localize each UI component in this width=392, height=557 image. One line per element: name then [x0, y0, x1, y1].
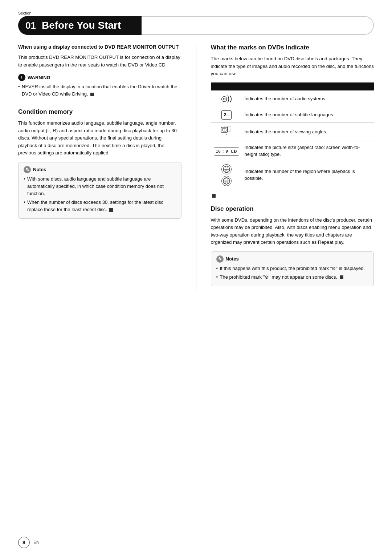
svg-text:3: 3	[226, 132, 228, 135]
warning-label: WARNING	[28, 75, 50, 80]
header-right-box	[142, 16, 374, 35]
notes-title: ✎ Notes	[24, 166, 176, 173]
svg-text:2: 2	[225, 169, 227, 171]
mark-desc-aspect: Indicates the picture size (aspect ratio…	[242, 141, 374, 161]
mark-icon-region: 2 ALL	[211, 161, 242, 189]
section-number: 01	[25, 20, 36, 31]
table-row: 16 : 9 LB Indicates the picture size (as…	[211, 141, 374, 161]
disc-operation-body: With some DVDs, depending on the intenti…	[211, 217, 374, 246]
warning-list: NEVER install the display in a location …	[18, 83, 181, 98]
disc-operation-heading: Disc operation	[211, 205, 374, 213]
table-row: ◎)) Indicates the number of audio system…	[211, 90, 374, 107]
dvd-output-heading: When using a display connected to DVD RE…	[18, 44, 181, 50]
mark-desc-region: Indicates the number of the region where…	[242, 161, 374, 189]
disc-notes-item-2: The prohibited mark "⊘" may not appear o…	[216, 274, 369, 281]
header-title-box: 01 Before You Start	[18, 16, 142, 35]
disc-operation-section: Disc operation With some DVDs, depending…	[211, 205, 374, 286]
section-label: Section	[18, 11, 374, 15]
condition-memory-body: This function memorizes audio language, …	[18, 120, 181, 157]
page-footer: 8 En	[18, 537, 374, 548]
right-column: What the marks on DVDs Indicate The mark…	[211, 44, 374, 292]
notes-list: With some discs, audio language and subt…	[24, 175, 176, 214]
warning-title: ! WARNING	[18, 74, 181, 81]
mark-icon-subtitle: 2...	[211, 107, 242, 123]
condition-memory-heading: Condition memory	[18, 108, 181, 116]
notes-label: Notes	[33, 167, 46, 172]
disc-notes-item-1-text: If this happens with this product, the p…	[220, 266, 365, 271]
warning-icon: !	[18, 74, 25, 81]
dvd-marks-body: The marks below can be found on DVD disc…	[211, 55, 374, 77]
condition-memory-section: Condition memory This function memorizes…	[18, 108, 181, 219]
disc-notes-label: Notes	[226, 256, 239, 262]
disc-notes-box: ✎ Notes If this happens with this produc…	[211, 251, 374, 286]
dvd-marks-table-header	[211, 82, 374, 90]
mark-icon-audio: ◎))	[211, 90, 242, 107]
end-square-notes	[109, 208, 113, 212]
warning-item: NEVER install the display in a location …	[18, 83, 181, 98]
notes-icon: ✎	[24, 166, 31, 173]
warning-box: ! WARNING NEVER install the display in a…	[18, 74, 181, 98]
page-number: 8	[18, 537, 30, 548]
notes-box: ✎ Notes With some discs, audio language …	[18, 162, 181, 219]
end-square-table	[212, 194, 216, 198]
warning-item-text: NEVER install the display in a location …	[22, 84, 177, 97]
notes-item-1: With some discs, audio language and subt…	[24, 175, 176, 197]
disc-notes-item-2-text: The prohibited mark "⊘" may not appear o…	[220, 274, 338, 280]
dvd-marks-table: ◎)) Indicates the number of audio system…	[211, 90, 374, 189]
end-square-warning	[90, 93, 94, 96]
left-column: When using a display connected to DVD RE…	[18, 44, 181, 292]
header-row: 01 Before You Start	[18, 16, 374, 35]
notes-item-2-text: When the number of discs exceeds 30, set…	[27, 199, 163, 212]
mark-desc-audio: Indicates the number of audio systems.	[242, 90, 374, 107]
disc-notes-list: If this happens with this product, the p…	[216, 265, 369, 281]
table-row: 2 ALL	[211, 161, 374, 189]
disc-notes-icon: ✎	[216, 255, 224, 263]
notes-item-2: When the number of discs exceeds 30, set…	[24, 199, 176, 213]
column-divider	[196, 44, 196, 292]
two-column-layout: When using a display connected to DVD RE…	[18, 44, 374, 292]
disc-notes-title: ✎ Notes	[216, 255, 369, 263]
end-square-table-area	[211, 193, 374, 198]
svg-text:ALL: ALL	[224, 180, 229, 183]
mark-desc-subtitle: Indicates the number of subtitle languag…	[242, 107, 374, 123]
footer-language: En	[33, 540, 39, 545]
mark-desc-angle: Indicates the number of viewing angles.	[242, 123, 374, 141]
table-row: 3 Indicates the number of viewing angles…	[211, 123, 374, 141]
page: Section 01 Before You Start When using a…	[0, 0, 392, 557]
table-row: 2... Indicates the number of subtitle la…	[211, 107, 374, 123]
dvd-marks-heading: What the marks on DVDs Indicate	[211, 44, 374, 52]
mark-icon-aspect: 16 : 9 LB	[211, 141, 242, 161]
disc-notes-item-1: If this happens with this product, the p…	[216, 265, 369, 272]
mark-icon-angle: 3	[211, 123, 242, 141]
notes-item-1-text: With some discs, audio language and subt…	[27, 176, 164, 196]
dvd-output-body: This product's DVD REAR MONITOR OUTPUT i…	[18, 54, 181, 69]
end-square-disc-notes	[340, 275, 343, 279]
page-title: Before You Start	[42, 20, 121, 31]
